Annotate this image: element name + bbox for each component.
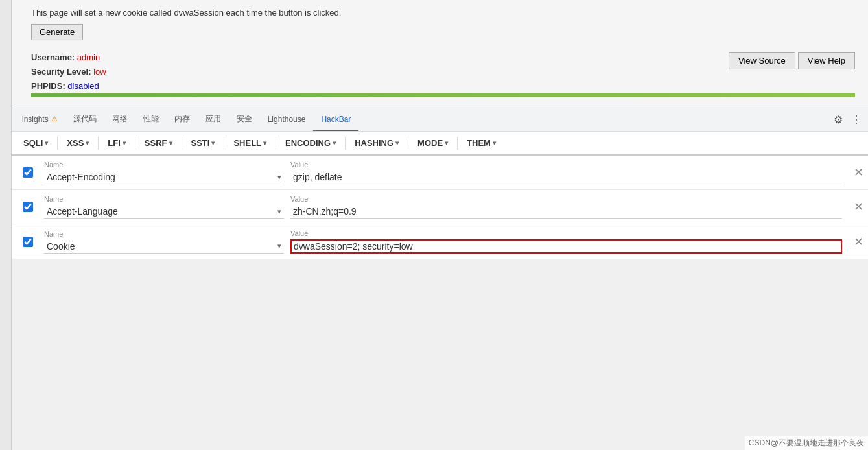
header-checkbox-col-accept-language — [12, 202, 44, 212]
header-checkbox-accept-encoding[interactable] — [23, 167, 33, 178]
username-label: Username: — [31, 53, 75, 62]
devtools-tab-neicun[interactable]: 内存 — [167, 108, 198, 132]
phpids-value: disabled — [67, 81, 99, 91]
devtools-settings-icon[interactable]: ⚙ — [829, 111, 847, 129]
left-sidebar — [0, 0, 12, 259]
header-name-input-wrapper-accept-language: ▾ — [44, 205, 284, 219]
view-help-button[interactable]: View Help — [798, 52, 855, 69]
hackbar-separator-3 — [182, 137, 182, 150]
header-name-dropdown-accept-encoding[interactable]: ▾ — [275, 173, 284, 182]
devtools-tab-bar: insights⚠源代码网络性能内存应用安全LighthouseHackBar … — [12, 108, 868, 132]
green-bar — [31, 93, 855, 97]
devtools-tab-anquan[interactable]: 安全 — [229, 108, 260, 132]
header-name-col-accept-language: Name▾ — [44, 195, 290, 219]
arrow-icon-xss: ▾ — [86, 139, 89, 147]
header-checkbox-col-accept-encoding — [12, 167, 44, 178]
hackbar-menu-hashing[interactable]: HASHING ▾ — [349, 136, 404, 150]
hackbar-menu-theme[interactable]: THEM ▾ — [462, 136, 501, 150]
arrow-icon-shell: ▾ — [263, 139, 266, 147]
security-value: low — [93, 67, 106, 77]
header-name-col-cookie: Name▾ — [44, 230, 290, 254]
devtools-tab-insights[interactable]: insights⚠ — [14, 108, 65, 132]
header-name-input-cookie[interactable] — [44, 240, 275, 253]
hackbar-menu-shell[interactable]: SHELL ▾ — [228, 136, 272, 150]
username-line: Username: admin — [31, 51, 106, 65]
username-value: admin — [77, 53, 100, 62]
hackbar-menu-ssti[interactable]: SSTI ▾ — [186, 136, 220, 150]
arrow-icon-lfi: ▾ — [123, 139, 126, 147]
main-content: This page will set a new cookie called d… — [12, 0, 868, 259]
header-value-input-accept-language[interactable] — [290, 205, 842, 219]
header-value-label-accept-encoding: Value — [290, 161, 842, 169]
cookie-info-text: This page will set a new cookie called d… — [31, 8, 855, 18]
hackbar-menu-lfi[interactable]: LFI ▾ — [102, 136, 131, 150]
header-checkbox-cookie[interactable] — [23, 237, 33, 247]
devtools-tab-xingneng[interactable]: 性能 — [135, 108, 167, 132]
arrow-icon-ssrf: ▾ — [169, 139, 172, 147]
hackbar-menu-sqli[interactable]: SQLI ▾ — [18, 136, 53, 150]
status-row: Username: admin Security Level: low PHPI… — [31, 51, 855, 93]
devtools-more-icon[interactable]: ⋮ — [847, 111, 865, 129]
phpids-label: PHPIDS: — [31, 81, 65, 91]
arrow-icon-hashing: ▾ — [395, 139, 399, 147]
phpids-line: PHPIDS: disabled — [31, 79, 106, 93]
header-name-col-accept-encoding: Name▾ — [44, 161, 290, 184]
hackbar-separator-6 — [345, 137, 346, 150]
header-name-dropdown-cookie[interactable]: ▾ — [275, 242, 284, 250]
arrow-icon-ssti: ▾ — [211, 139, 215, 147]
view-source-button[interactable]: View Source — [729, 52, 795, 69]
header-value-input-accept-encoding[interactable] — [290, 171, 842, 184]
header-name-label-cookie: Name — [44, 230, 284, 238]
arrow-icon-encoding: ▾ — [333, 139, 336, 147]
hackbar-separator-5 — [276, 137, 276, 150]
status-info: Username: admin Security Level: low PHPI… — [31, 51, 106, 93]
devtools-tab-wangluo[interactable]: 网络 — [104, 108, 135, 132]
hackbar-menu-encoding[interactable]: ENCODING ▾ — [280, 136, 341, 150]
header-value-input-cookie[interactable] — [290, 239, 842, 254]
header-delete-accept-encoding[interactable]: ✕ — [849, 165, 868, 180]
generate-button[interactable]: Generate — [31, 24, 83, 40]
header-value-label-cookie: Value — [290, 230, 842, 237]
hackbar-menu-ssrf[interactable]: SSRF ▾ — [139, 136, 178, 150]
devtools-tab-yuandaima[interactable]: 源代码 — [65, 108, 104, 132]
header-checkbox-accept-language[interactable] — [23, 202, 33, 212]
header-checkbox-col-cookie — [12, 237, 44, 247]
devtools-tab-hackbar[interactable]: HackBar — [313, 108, 358, 132]
arrow-icon-mode: ▾ — [445, 139, 448, 147]
headers-panel: Name▾Value✕Name▾Value✕Name▾Value✕ — [12, 156, 868, 259]
hackbar-toolbar: SQLI ▾XSS ▾LFI ▾SSRF ▾SSTI ▾SHELL ▾ENCOD… — [12, 132, 868, 156]
header-name-label-accept-language: Name — [44, 195, 284, 203]
hackbar-menu-xss[interactable]: XSS ▾ — [62, 136, 94, 150]
devtools-tab-yingyong[interactable]: 应用 — [198, 108, 229, 132]
header-name-input-wrapper-accept-encoding: ▾ — [44, 171, 284, 184]
header-name-dropdown-accept-language[interactable]: ▾ — [275, 207, 284, 216]
header-row-accept-encoding: Name▾Value✕ — [12, 156, 868, 190]
hackbar-separator-4 — [224, 137, 224, 150]
hackbar-separator-7 — [408, 137, 408, 150]
security-line: Security Level: low — [31, 65, 106, 79]
header-name-label-accept-encoding: Name — [44, 161, 284, 169]
security-label: Security Level: — [31, 67, 91, 77]
arrow-icon-sqli: ▾ — [45, 139, 48, 147]
alert-icon-insights: ⚠ — [51, 115, 58, 123]
header-row-accept-language: Name▾Value✕ — [12, 190, 868, 224]
action-buttons: View Source View Help — [729, 52, 855, 69]
header-value-col-accept-encoding: Value — [290, 161, 849, 184]
header-delete-accept-language[interactable]: ✕ — [849, 200, 868, 214]
page-area: This page will set a new cookie called d… — [12, 0, 868, 108]
arrow-icon-theme: ▾ — [493, 139, 496, 147]
header-name-input-accept-encoding[interactable] — [44, 171, 275, 184]
hackbar-separator-0 — [57, 137, 58, 150]
hackbar-separator-8 — [457, 137, 458, 150]
hackbar-menu-mode[interactable]: MODE ▾ — [412, 136, 453, 150]
hackbar-separator-2 — [135, 137, 135, 150]
hackbar-separator-1 — [98, 137, 99, 150]
header-delete-cookie[interactable]: ✕ — [849, 235, 868, 249]
header-name-input-accept-language[interactable] — [44, 205, 275, 218]
devtools-tab-lighthouse[interactable]: Lighthouse — [260, 108, 314, 132]
header-value-col-accept-language: Value — [290, 195, 849, 219]
header-value-label-accept-language: Value — [290, 195, 842, 203]
header-row-cookie: Name▾Value✕ — [12, 224, 868, 259]
header-name-input-wrapper-cookie: ▾ — [44, 240, 284, 254]
header-value-col-cookie: Value — [290, 230, 849, 254]
